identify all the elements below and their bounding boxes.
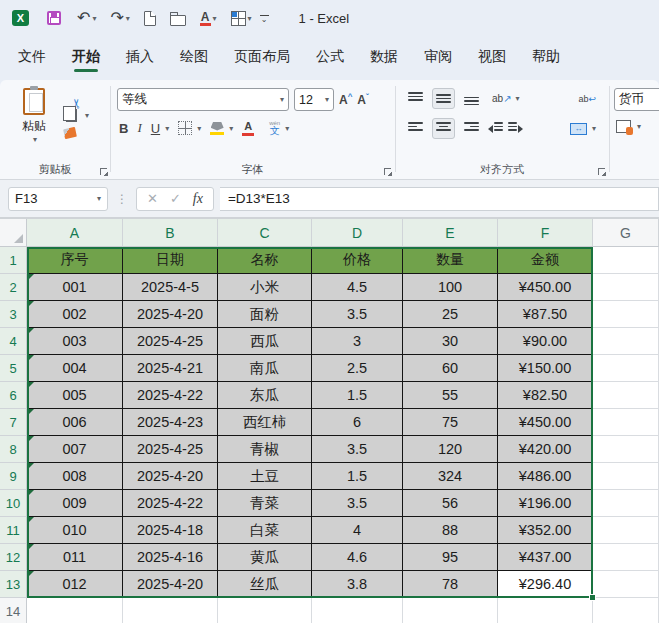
chevron-down-icon[interactable]: ▾ <box>33 135 37 144</box>
italic-button[interactable]: I <box>137 120 141 136</box>
font-name-select[interactable]: 等线▾ <box>117 88 289 111</box>
cell-B11[interactable]: 2025-4-18 <box>123 517 218 544</box>
chevron-down-icon[interactable]: ▾ <box>280 95 284 104</box>
cell-B2[interactable]: 2025-4-5 <box>123 274 218 301</box>
paste-button[interactable]: 粘贴 ▾ <box>10 88 58 144</box>
underline-button[interactable]: U <box>151 121 160 136</box>
cell-A14[interactable] <box>27 598 123 623</box>
cell-G9[interactable] <box>593 463 659 490</box>
tab-文件[interactable]: 文件 <box>18 42 46 74</box>
chevron-down-icon[interactable]: ▾ <box>165 124 169 133</box>
insert-function-icon[interactable]: fx <box>193 191 203 207</box>
cell-E13[interactable]: 78 <box>403 571 498 598</box>
cell-B5[interactable]: 2025-4-21 <box>123 355 218 382</box>
tab-公式[interactable]: 公式 <box>316 42 344 74</box>
fill-color-icon[interactable] <box>210 122 224 135</box>
cell-F3[interactable]: ¥87.50 <box>498 301 593 328</box>
cell-C11[interactable]: 白菜 <box>218 517 312 544</box>
decrease-font-size-button[interactable]: Aˇ <box>357 92 368 107</box>
chevron-down-icon[interactable]: ▾ <box>592 124 596 133</box>
row-header-6[interactable]: 6 <box>0 382 27 409</box>
redo-button[interactable]: ↷▾ <box>106 5 133 31</box>
cell-E9[interactable]: 324 <box>403 463 498 490</box>
chevron-down-icon[interactable]: ▾ <box>213 14 217 23</box>
bold-button[interactable]: B <box>119 121 128 136</box>
chevron-down-icon[interactable]: ▾ <box>229 124 233 133</box>
tab-绘图[interactable]: 绘图 <box>180 42 208 74</box>
phonetic-guide-icon[interactable]: wén文 <box>269 120 280 136</box>
cell-A6[interactable]: 005 <box>27 382 123 409</box>
cell-E8[interactable]: 120 <box>403 436 498 463</box>
open-file-button[interactable] <box>166 5 190 31</box>
cancel-icon[interactable]: ✕ <box>147 191 158 206</box>
cell-A12[interactable]: 011 <box>27 544 123 571</box>
font-color-ribbon-icon[interactable]: A <box>242 121 254 136</box>
cell-D2[interactable]: 4.5 <box>312 274 403 301</box>
cell-B8[interactable]: 2025-4-25 <box>123 436 218 463</box>
currency-format-icon[interactable] <box>616 120 631 133</box>
cell-B3[interactable]: 2025-4-20 <box>123 301 218 328</box>
orientation-icon[interactable]: ab↗ <box>492 93 512 104</box>
cell-D3[interactable]: 3.5 <box>312 301 403 328</box>
cell-C10[interactable]: 青菜 <box>218 490 312 517</box>
cell-B13[interactable]: 2025-4-20 <box>123 571 218 598</box>
cell-borders-icon[interactable] <box>178 121 192 135</box>
borders-button[interactable]: ▾ <box>227 5 256 31</box>
cell-B7[interactable]: 2025-4-23 <box>123 409 218 436</box>
cell-F4[interactable]: ¥90.00 <box>498 328 593 355</box>
chevron-down-icon[interactable]: ▾ <box>97 194 101 203</box>
chevron-down-icon[interactable]: ▾ <box>285 124 289 133</box>
align-center-button[interactable] <box>432 118 455 139</box>
chevron-down-icon[interactable]: ▾ <box>637 122 641 131</box>
cell-B10[interactable]: 2025-4-22 <box>123 490 218 517</box>
cell-C1[interactable]: 名称 <box>218 247 312 274</box>
tab-开始[interactable]: 开始 <box>72 42 100 74</box>
cell-C8[interactable]: 青椒 <box>218 436 312 463</box>
cell-F11[interactable]: ¥352.00 <box>498 517 593 544</box>
cell-D6[interactable]: 1.5 <box>312 382 403 409</box>
cell-F1[interactable]: 金额 <box>498 247 593 274</box>
cell-D11[interactable]: 4 <box>312 517 403 544</box>
cell-E14[interactable] <box>403 598 498 623</box>
cell-E3[interactable]: 25 <box>403 301 498 328</box>
fill-handle[interactable] <box>589 594 596 601</box>
align-middle-button[interactable] <box>432 88 455 109</box>
cell-E6[interactable]: 55 <box>403 382 498 409</box>
cell-D8[interactable]: 3.5 <box>312 436 403 463</box>
number-format-select[interactable]: 货币 <box>614 88 659 111</box>
row-header-2[interactable]: 2 <box>0 274 27 301</box>
cell-C2[interactable]: 小米 <box>218 274 312 301</box>
cell-A13[interactable]: 012 <box>27 571 123 598</box>
qat-overflow-button[interactable]: ⌄ <box>260 15 269 22</box>
name-box[interactable]: F13▾ <box>8 187 108 211</box>
decrease-indent-icon[interactable] <box>488 122 503 135</box>
cell-F14[interactable] <box>498 598 593 623</box>
cell-G6[interactable] <box>593 382 659 409</box>
row-header-14[interactable]: 14 <box>0 598 27 623</box>
row-header-13[interactable]: 13 <box>0 571 27 598</box>
row-header-10[interactable]: 10 <box>0 490 27 517</box>
alignment-dialog-launcher-icon[interactable] <box>598 168 605 175</box>
cell-G10[interactable] <box>593 490 659 517</box>
cell-D12[interactable]: 4.6 <box>312 544 403 571</box>
col-header-F[interactable]: F <box>498 219 593 247</box>
formula-input[interactable]: =D13*E13 <box>220 187 659 211</box>
chevron-down-icon[interactable]: ▾ <box>85 111 89 120</box>
cell-A11[interactable]: 010 <box>27 517 123 544</box>
cell-B12[interactable]: 2025-4-16 <box>123 544 218 571</box>
cell-G12[interactable] <box>593 544 659 571</box>
wrap-text-icon[interactable]: ab↩ <box>578 94 596 104</box>
cell-C4[interactable]: 西瓜 <box>218 328 312 355</box>
row-header-3[interactable]: 3 <box>0 301 27 328</box>
cell-D7[interactable]: 6 <box>312 409 403 436</box>
cell-A3[interactable]: 002 <box>27 301 123 328</box>
cell-E1[interactable]: 数量 <box>403 247 498 274</box>
cell-C7[interactable]: 西红柿 <box>218 409 312 436</box>
format-painter-icon[interactable] <box>63 127 77 139</box>
row-header-8[interactable]: 8 <box>0 436 27 463</box>
cell-D4[interactable]: 3 <box>312 328 403 355</box>
col-header-D[interactable]: D <box>312 219 403 247</box>
row-header-4[interactable]: 4 <box>0 328 27 355</box>
col-header-G[interactable]: G <box>593 219 659 247</box>
col-header-A[interactable]: A <box>27 219 123 247</box>
